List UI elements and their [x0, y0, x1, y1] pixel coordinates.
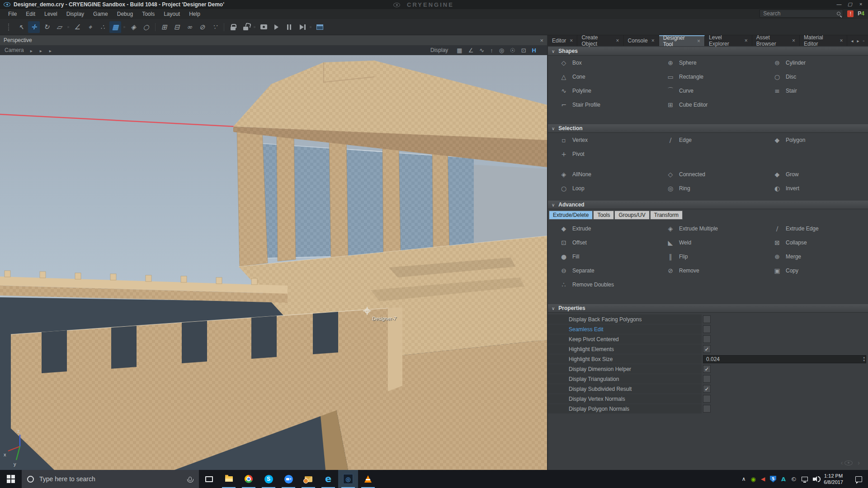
- toolbar-sep-5[interactable]: [252, 21, 257, 33]
- tab-close-icon[interactable]: ×: [651, 38, 655, 44]
- group-button[interactable]: ⊞: [158, 21, 170, 33]
- menu-debug[interactable]: Debug: [113, 9, 137, 19]
- select-tool-button[interactable]: ↖: [15, 21, 27, 33]
- number-input[interactable]: [705, 356, 864, 363]
- display-menu[interactable]: Display: [430, 47, 448, 53]
- shape-cube-editor-button[interactable]: ⊞ Cube Editor: [655, 98, 761, 112]
- adv-copy-button[interactable]: ▣ Copy: [761, 263, 868, 277]
- menu-tools[interactable]: Tools: [137, 9, 159, 19]
- shape-box-button[interactable]: ◇ Box: [548, 56, 655, 70]
- tray-network-icon[interactable]: [802, 477, 808, 481]
- tabs-scroll-left-icon[interactable]: ◂: [851, 38, 853, 43]
- toolbar-sep-1[interactable]: [66, 21, 71, 33]
- tray-shield-icon[interactable]: 5: [770, 476, 776, 483]
- adv-extrude-edge-button[interactable]: ∕ Extrude Edge: [761, 221, 868, 235]
- move-tool-button[interactable]: ✛: [28, 21, 40, 33]
- tray-red-app-icon[interactable]: ◀: [761, 476, 765, 482]
- display-light-icon[interactable]: ☉: [510, 47, 515, 54]
- camera-menu-arrow-1[interactable]: ▸: [30, 48, 33, 53]
- checkbox[interactable]: ✓: [703, 345, 711, 353]
- action-center-icon[interactable]: [852, 476, 865, 482]
- checkbox[interactable]: [703, 325, 711, 333]
- display-angle-icon[interactable]: ∠: [468, 47, 474, 54]
- snap-terrain-button[interactable]: ▦: [109, 21, 121, 33]
- notification-icon[interactable]: !: [847, 10, 854, 17]
- adv-remove-button[interactable]: ⊘ Remove: [655, 263, 761, 277]
- taskbar-clock[interactable]: 1:12 PM 6/8/2017: [820, 473, 847, 485]
- menu-file[interactable]: File: [4, 9, 21, 19]
- display-helpers-icon[interactable]: H: [532, 47, 536, 54]
- spinner[interactable]: ▴▾: [863, 356, 865, 362]
- display-grid-icon[interactable]: ▦: [457, 47, 462, 54]
- taskbar-taskview-button[interactable]: [199, 470, 219, 488]
- toolbar-sep-3[interactable]: [153, 21, 157, 33]
- tab-asset-browser[interactable]: Asset Browser ×: [752, 35, 800, 46]
- select-pivot-button[interactable]: + Pivot: [548, 147, 655, 161]
- snap-pivot-button[interactable]: ∴: [97, 21, 108, 33]
- selection-circle-button[interactable]: ○: [140, 21, 152, 33]
- tab-editor[interactable]: Editor ×: [548, 35, 577, 46]
- checkbox[interactable]: [703, 375, 711, 383]
- display-axis-icon[interactable]: ↑: [490, 47, 493, 54]
- toolbar-sep-4[interactable]: [222, 21, 226, 33]
- tab-designer-tool[interactable]: Designer Tool ×: [659, 35, 705, 46]
- shape-stair-profile-button[interactable]: ⌐ Stair Profile: [548, 98, 655, 112]
- select-grow-button[interactable]: ◆ Grow: [761, 167, 868, 181]
- menu-edit[interactable]: Edit: [21, 9, 40, 19]
- toolbar-sep-2[interactable]: [122, 21, 127, 33]
- tray-nvidia-icon[interactable]: ◉: [751, 476, 756, 483]
- adv-tab-extrude-delete[interactable]: Extrude/Delete: [549, 211, 593, 220]
- toolbar-handle[interactable]: [3, 21, 14, 33]
- tray-adobe-cc-icon[interactable]: ©: [791, 476, 797, 483]
- shape-cone-button[interactable]: △ Cone: [548, 70, 655, 84]
- display-panel-icon[interactable]: ⊡: [521, 47, 526, 54]
- checkbox[interactable]: [703, 315, 711, 323]
- checkbox[interactable]: ✓: [703, 385, 711, 393]
- checkbox[interactable]: [703, 405, 711, 413]
- adv-fill-button[interactable]: ● Fill: [548, 249, 655, 263]
- select-polygon-button[interactable]: ◆ Polygon: [761, 133, 868, 147]
- toolbar-sep-6[interactable]: [308, 21, 313, 33]
- adv-collapse-button[interactable]: ⊠ Collapse: [761, 235, 868, 249]
- layout-panel-button[interactable]: [314, 21, 326, 33]
- shape-polyline-button[interactable]: ∿ Polyline: [548, 84, 655, 98]
- tabs-scroll-right-icon[interactable]: ▸: [857, 38, 859, 43]
- menu-level[interactable]: Level: [40, 9, 62, 19]
- select-loop-button[interactable]: ○ Loop: [548, 181, 655, 195]
- tray-expand-icon[interactable]: ∧: [742, 476, 746, 482]
- taskbar-zoom-button[interactable]: [278, 470, 298, 488]
- camera-menu-arrow-3[interactable]: ▸: [49, 48, 52, 53]
- display-gizmo-icon[interactable]: ◎: [499, 47, 504, 54]
- adv-merge-button[interactable]: ⊕ Merge: [761, 249, 868, 263]
- microphone-icon[interactable]: [189, 477, 192, 481]
- select-linked-button[interactable]: ∵: [209, 21, 221, 33]
- properties-section-header[interactable]: ∨ Properties: [548, 304, 868, 313]
- tab-level-explorer[interactable]: Level Explorer ×: [705, 35, 752, 46]
- unlink-button[interactable]: ⊘: [196, 21, 208, 33]
- unlock-selection-button[interactable]: [240, 21, 251, 33]
- adv-offset-button[interactable]: ⊡ Offset: [548, 235, 655, 249]
- minimize-button[interactable]: —: [834, 0, 844, 8]
- viewport-3d-scene[interactable]: Designer-7 Designer-7 z x y: [0, 55, 547, 470]
- advanced-section-header[interactable]: ∨ Advanced: [548, 201, 868, 209]
- snap-vertex-button[interactable]: ⌖: [84, 21, 96, 33]
- checkbox[interactable]: [703, 395, 711, 403]
- lock-selection-button[interactable]: [227, 21, 239, 33]
- start-button[interactable]: [0, 470, 22, 488]
- taskbar-cryengine-button[interactable]: ◎: [338, 470, 358, 488]
- shapes-section-header[interactable]: ∨ Shapes: [548, 47, 868, 56]
- checkbox[interactable]: ✓: [703, 365, 711, 373]
- tab-close-icon[interactable]: ×: [697, 38, 700, 44]
- pause-button[interactable]: [283, 21, 295, 33]
- shape-rectangle-button[interactable]: ▭ Rectangle: [655, 70, 761, 84]
- shape-cylinder-button[interactable]: ⊜ Cylinder: [761, 56, 868, 70]
- taskbar-outlook-button[interactable]: [298, 470, 318, 488]
- select-invert-button[interactable]: ◐ Invert: [761, 181, 868, 195]
- tab-material-editor[interactable]: Material Editor ×: [800, 35, 847, 46]
- taskbar-vlc-button[interactable]: [358, 470, 378, 488]
- tab-close-icon[interactable]: ×: [745, 38, 748, 44]
- adv-tab-transform[interactable]: Transform: [650, 211, 683, 220]
- adv-extrude-button[interactable]: ◆ Extrude: [548, 221, 655, 235]
- tray-volume-icon[interactable]: [813, 478, 815, 481]
- select-edge-button[interactable]: ∕ Edge: [655, 133, 761, 147]
